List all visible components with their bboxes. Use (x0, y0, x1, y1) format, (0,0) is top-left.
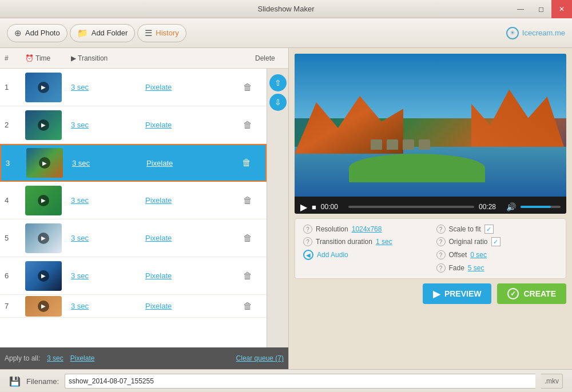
thumbnail: ▶ (25, 110, 62, 140)
play-icon: ▶ (39, 157, 50, 169)
row-time[interactable]: 3 sec (71, 196, 145, 205)
time-current: 00:00 (321, 203, 344, 211)
preview-play-icon: ▶ (433, 289, 440, 299)
bottom-area: 💾 Filename: .mkv ▶ Last slideshow: Open … (0, 369, 572, 392)
move-down-button[interactable]: ⇩ (269, 94, 287, 111)
ratio-help-icon[interactable]: ? (436, 237, 446, 246)
add-photo-button[interactable]: ⊕ Add Photo (7, 24, 67, 42)
slide-list[interactable]: 1 ▶ 3 sec Pixelate 🗑 2 ▶ 3 s (0, 69, 267, 347)
delete-button[interactable]: 🗑 (233, 195, 262, 206)
table-row[interactable]: 5 ▶ 3 sec Pixelate 🗑 (0, 219, 267, 257)
row-time[interactable]: 3 sec (71, 83, 145, 91)
row-transition[interactable]: Pixelate (145, 196, 233, 205)
table-row[interactable]: 2 ▶ 3 sec Pixelate 🗑 (0, 106, 267, 144)
table-row[interactable]: 6 ▶ 3 sec Pixelate 🗑 (0, 257, 267, 295)
ratio-label: Original ratio (449, 238, 488, 246)
scale-label: Scale to fit (449, 225, 481, 233)
video-frame (295, 54, 566, 197)
row-time[interactable]: 3 sec (71, 271, 145, 280)
offset-row: ? Offset 0 sec (436, 250, 558, 260)
row-time[interactable]: 3 sec (71, 302, 145, 310)
offset-help-icon[interactable]: ? (436, 250, 446, 259)
play-button[interactable]: ▶ (300, 202, 307, 213)
history-button[interactable]: ☰ History (137, 24, 186, 42)
table-row[interactable]: 3 ▶ 3 sec Pixelate 🗑 (0, 144, 267, 182)
resolution-value[interactable]: 1024x768 (352, 225, 382, 233)
volume-bar[interactable] (521, 206, 561, 208)
offset-value[interactable]: 0 sec (470, 251, 487, 259)
progress-bar[interactable] (348, 206, 474, 208)
volume-icon[interactable]: 🔊 (506, 202, 516, 211)
row-transition[interactable]: Pixelate (145, 234, 233, 242)
preview-label: PREVIEW (444, 289, 482, 298)
delete-button[interactable]: 🗑 (233, 301, 262, 311)
apply-transition[interactable]: Pixelate (70, 354, 95, 362)
history-icon: ☰ (145, 28, 152, 38)
add-audio-button[interactable]: ◀ Add Audio (303, 250, 425, 260)
clock-icon: ⏰ (25, 54, 34, 62)
row-time[interactable]: 3 sec (72, 159, 146, 167)
col-transition-header: ▶ Transition (71, 54, 145, 62)
row-number: 4 (5, 196, 25, 205)
thumbnail: ▶ (25, 296, 62, 317)
minimize-button[interactable]: — (510, 0, 531, 18)
row-transition[interactable]: Pixelate (145, 302, 233, 310)
delete-button[interactable]: 🗑 (233, 82, 262, 93)
scale-help-icon[interactable]: ? (436, 225, 446, 234)
stop-button[interactable]: ■ (312, 203, 316, 211)
fade-value[interactable]: 5 sec (468, 264, 484, 272)
table-row[interactable]: 4 ▶ 3 sec Pixelate 🗑 (0, 182, 267, 219)
fade-row: ? Fade 5 sec (436, 263, 558, 273)
original-ratio-row: ? Original ratio ✓ (436, 237, 558, 246)
apply-label: Apply to all: (5, 354, 40, 362)
add-folder-icon: 📁 (77, 28, 88, 38)
transition-duration-value[interactable]: 1 sec (376, 238, 392, 246)
move-up-button[interactable]: ⇧ (269, 74, 287, 91)
row-time[interactable]: 3 sec (71, 121, 145, 129)
icecream-button[interactable]: ☀ Icecream.me (506, 27, 565, 39)
toolbar: ⊕ Add Photo 📁 Add Folder ☰ History ☀ Ice… (0, 18, 572, 48)
row-time[interactable]: 3 sec (71, 234, 145, 242)
row-transition[interactable]: Pixelate (146, 159, 232, 167)
window-title: Slideshow Maker (258, 5, 315, 13)
offset-label: Offset (449, 251, 467, 259)
row-number: 3 (6, 159, 26, 167)
resolution-help-icon[interactable]: ? (303, 225, 312, 234)
add-folder-button[interactable]: 📁 Add Folder (70, 24, 136, 42)
scale-checkbox[interactable]: ✓ (484, 225, 494, 234)
filename-input[interactable] (65, 374, 535, 389)
restore-button[interactable]: ◻ (531, 0, 551, 18)
table-row[interactable]: 7 ▶ 3 sec Pixelate 🗑 (0, 295, 267, 318)
row-transition[interactable]: Pixelate (145, 271, 233, 280)
icecream-icon: ☀ (506, 27, 519, 39)
thumbnail: ▶ (25, 261, 62, 291)
transition-duration-row: ? Transition duration 1 sec (303, 237, 425, 246)
row-transition[interactable]: Pixelate (145, 121, 233, 129)
transition-duration-label: Transition duration (316, 238, 372, 246)
preview-button[interactable]: ▶ PREVIEW (423, 283, 492, 304)
close-button[interactable]: ✕ (551, 0, 572, 18)
row-transition[interactable]: Pixelate (145, 83, 233, 91)
add-audio-label: Add Audio (317, 251, 348, 259)
fade-help-icon[interactable]: ? (436, 263, 446, 273)
nav-arrows-panel: ⇧ ⇩ (267, 69, 288, 347)
delete-button[interactable]: 🗑 (233, 271, 262, 281)
table-row[interactable]: 1 ▶ 3 sec Pixelate 🗑 (0, 69, 267, 106)
create-button[interactable]: ✓ CREATE (497, 283, 566, 304)
apply-all-bar: Apply to all: 3 sec Pixelate Clear queue… (0, 347, 288, 369)
ratio-checkbox[interactable]: ✓ (491, 237, 500, 246)
play-icon: ▶ (38, 270, 49, 282)
delete-button[interactable]: 🗑 (232, 158, 261, 168)
delete-button[interactable]: 🗑 (233, 120, 262, 130)
thumbnail: ▶ (25, 186, 62, 215)
clear-queue-button[interactable]: Clear queue (7) (236, 354, 284, 362)
transition-help-icon[interactable]: ? (303, 237, 312, 246)
delete-button[interactable]: 🗑 (233, 233, 262, 243)
volume-fill (521, 206, 551, 208)
apply-time[interactable]: 3 sec (47, 354, 63, 362)
main-content: # ⏰ Time ▶ Transition Delete 1 ▶ (0, 48, 572, 369)
preview-panel: ▶ ■ 00:00 00:28 🔊 ? Resolution 1024x768 (289, 48, 572, 369)
title-bar: Slideshow Maker — ◻ ✕ (0, 0, 572, 18)
add-photo-label: Add Photo (25, 29, 60, 37)
disk-icon: 💾 (9, 376, 21, 387)
